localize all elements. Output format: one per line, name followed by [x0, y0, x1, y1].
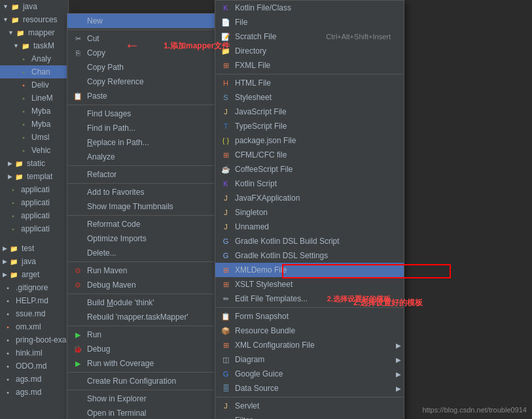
- run-icon: ▶: [73, 329, 83, 340]
- submenu-item-diagram[interactable]: ◫ Diagram ▶: [215, 352, 404, 367]
- submenu-item-servlet[interactable]: J Servlet: [215, 399, 404, 413]
- separator: [215, 74, 404, 75]
- submenu-label: Gradle Kotlin DSL Settings: [235, 251, 391, 260]
- folder-icon: 📁: [14, 158, 24, 169]
- sidebar-item-gitignore[interactable]: ▪ .gitignore: [0, 281, 68, 294]
- submenu-label: Unnamed: [235, 222, 391, 231]
- file-icon: ▪: [3, 295, 13, 306]
- submenu-label: CoffeeScript File: [235, 165, 391, 174]
- sidebar-item-templat[interactable]: ▶ 📁 templat: [0, 170, 68, 183]
- submenu-item-singleton[interactable]: J Singleton: [215, 205, 404, 220]
- submenu-item-unnamed[interactable]: J Unnamed: [215, 220, 404, 234]
- sidebar-item-omxml[interactable]: ▪ om.xml: [0, 320, 68, 333]
- sidebar-item-umsl[interactable]: ▪ Umsl: [0, 131, 68, 144]
- sidebar-label: test: [22, 244, 34, 253]
- submenu-label: Singleton: [235, 208, 391, 217]
- watermark: https://blog.csdn.net/trouble0914: [422, 406, 527, 414]
- cf-icon: ⊞: [221, 150, 231, 160]
- sidebar-item-app4[interactable]: ▪ applicati: [0, 222, 68, 235]
- submenu-label: Kotlin Script: [235, 179, 391, 188]
- sidebar-item-java2[interactable]: ▶ 📁 java: [0, 255, 68, 268]
- sidebar-item-vehic[interactable]: ▪ Vehic: [0, 144, 68, 157]
- sidebar-item-spring[interactable]: ▪ pring-boot-exar: [0, 333, 68, 346]
- submenu-item-gradle-settings[interactable]: G Gradle Kotlin DSL Settings: [215, 248, 404, 263]
- sidebar-label: applicati: [21, 211, 50, 220]
- menu-label: Find Usages: [87, 109, 235, 118]
- submenu-item-filter[interactable]: ⊿ Filter: [215, 413, 404, 419]
- sidebar-item-app3[interactable]: ▪ applicati: [0, 209, 68, 222]
- submenu-item-fxml[interactable]: ⊞ FXML File: [215, 58, 404, 73]
- submenu-item-kotlin-script[interactable]: K Kotlin Script: [215, 176, 404, 191]
- coverage-icon: ▶: [73, 358, 83, 369]
- sidebar-item-chan[interactable]: ▪ Chan: [0, 65, 68, 78]
- submenu-item-form-snapshot[interactable]: 📋 Form Snapshot: [215, 309, 404, 324]
- java-file-icon: ▪: [18, 106, 29, 116]
- ts-icon: T: [221, 121, 231, 131]
- empty-icon: [73, 187, 83, 197]
- diagram-icon: ◫: [221, 354, 231, 365]
- sidebar-label: ags.md: [16, 375, 41, 384]
- submenu-label: HTML File: [235, 78, 391, 88]
- sidebar-item-app2[interactable]: ▪ applicati: [0, 196, 68, 209]
- menu-label: Replace in Path...: [87, 138, 217, 147]
- submenu-item-ts[interactable]: T TypeScript File: [215, 119, 404, 133]
- expand-arrow: ▶: [3, 245, 7, 252]
- sidebar-label: .gitignore: [16, 283, 48, 292]
- sidebar-label: Myba: [31, 120, 50, 129]
- sidebar-item-test[interactable]: ▶ 📁 test: [0, 242, 68, 255]
- maven-icon: ⚙: [73, 265, 83, 276]
- submenu-item-gradle-build[interactable]: G Gradle Kotlin DSL Build Script: [215, 234, 404, 248]
- submenu-item-xmldemo[interactable]: ⊞ XMLDemo File: [215, 263, 404, 277]
- sidebar-item-resources[interactable]: ▼ 📁 resources: [0, 13, 68, 26]
- properties-icon: ▪: [8, 224, 18, 234]
- sidebar-item-analy[interactable]: ▪ Analy: [0, 52, 68, 65]
- file-icon: ▪: [3, 282, 13, 293]
- submenu-item-js[interactable]: J JavaScript File: [215, 105, 404, 119]
- submenu-item-xml-config[interactable]: ⊞ XML Configuration File ▶: [215, 338, 404, 352]
- submenu-item-stylesheet[interactable]: S Stylesheet: [215, 90, 404, 105]
- submenu-item-directory[interactable]: 📁 Directory: [215, 44, 404, 58]
- submenu-item-file[interactable]: 📄 File: [215, 15, 404, 29]
- sidebar-label: templat: [27, 172, 52, 181]
- sidebar-item-myba1[interactable]: ▪ Myba: [0, 105, 68, 118]
- sidebar-item-app1[interactable]: ▪ applicati: [0, 183, 68, 196]
- sidebar-item-taskm[interactable]: ▼ 📁 taskM: [0, 39, 68, 52]
- submenu-item-xslt[interactable]: ⊞ XSLT Stylesheet: [215, 277, 404, 292]
- sidebar-item-myba2[interactable]: ▪ Myba: [0, 118, 68, 131]
- sidebar-label: om.xml: [16, 322, 41, 331]
- submenu-item-kotlin-file[interactable]: K Kotlin File/Class: [215, 1, 404, 15]
- sidebar-item-linem[interactable]: ▪ LineM: [0, 92, 68, 105]
- sidebar-item-static[interactable]: ▶ 📁 static: [0, 157, 68, 170]
- submenu-item-scratch[interactable]: 📝 Scratch File Ctrl+Alt+Shift+Insert: [215, 29, 404, 44]
- expand-arrow: ▶: [8, 173, 12, 180]
- submenu-item-cfml[interactable]: ⊞ CFML/CFC file: [215, 148, 404, 162]
- submenu-item-package-json[interactable]: { } package.json File: [215, 133, 404, 148]
- submenu-item-google-guice[interactable]: G Google Guice ▶: [215, 367, 404, 381]
- sidebar-item-ags1[interactable]: ▪ ags.md: [0, 373, 68, 386]
- annotation-text: 1.添加mapper文件: [164, 41, 230, 50]
- submenu-item-javafx[interactable]: J JavaFXApplication: [215, 191, 404, 205]
- submenu-item-html[interactable]: H HTML File: [215, 76, 404, 90]
- menu-label: Find in Path...: [87, 124, 217, 133]
- sidebar-item-arget[interactable]: ▶ 📁 arget: [0, 268, 68, 281]
- submenu-label: Kotlin File/Class: [235, 3, 391, 12]
- sidebar-item-ssue[interactable]: ▪ ssue.md: [0, 307, 68, 320]
- sidebar-item-ags2[interactable]: ▪ ags.md: [0, 386, 68, 399]
- submenu-label: JavaScript File: [235, 107, 391, 116]
- sidebar-item-java[interactable]: ▼ 📁 java: [0, 0, 68, 13]
- sidebar-item-help[interactable]: ▪ HELP.md: [0, 294, 68, 307]
- sidebar-item-deliv[interactable]: ▪ Deliv: [0, 78, 68, 92]
- shortcut-text: Ctrl+Alt+Shift+Insert: [326, 33, 391, 41]
- empty-icon: [73, 408, 83, 418]
- sidebar-label: resources: [23, 15, 58, 24]
- sidebar-label: Myba: [31, 107, 50, 116]
- sidebar-item-mapper[interactable]: ▼ 📁 mapper: [0, 26, 68, 39]
- sidebar-label: mapper: [28, 28, 55, 37]
- empty-icon: [73, 152, 83, 162]
- submenu-item-resource-bundle[interactable]: 📦 Resource Bundle: [215, 324, 404, 338]
- menu-label: Rebuild 'mapper.taskMapper': [87, 312, 213, 322]
- submenu-item-coffee[interactable]: ☕ CoffeeScript File: [215, 162, 404, 176]
- sidebar-item-todo[interactable]: ▪ ODO.md: [0, 360, 68, 373]
- submenu-item-data-source[interactable]: 🗄 Data Source ▶: [215, 381, 404, 395]
- sidebar-item-iml[interactable]: ▪ hink.iml: [0, 346, 68, 360]
